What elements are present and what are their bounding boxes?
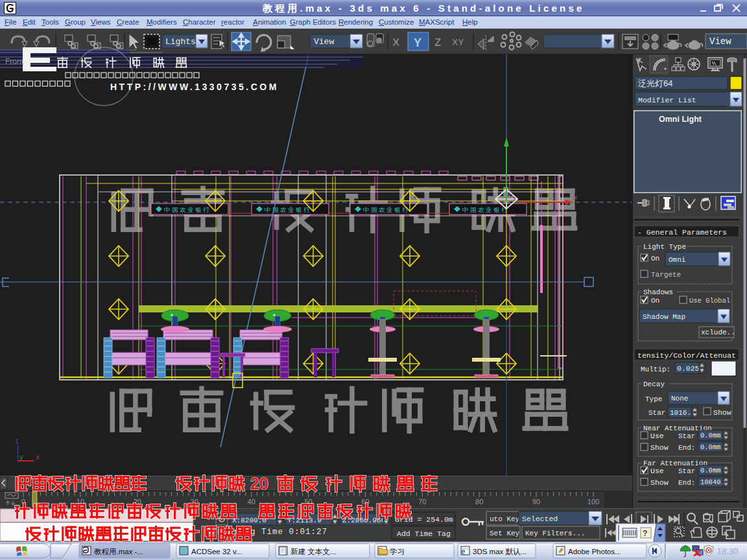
svg-text:18:30: 18:30 bbox=[717, 546, 739, 556]
svg-text:Use: Use bbox=[650, 432, 664, 440]
svg-text:z: z bbox=[15, 438, 19, 445]
svg-text:Decay: Decay bbox=[643, 380, 665, 388]
svg-text:None: None bbox=[671, 395, 688, 402]
svg-text:Type: Type bbox=[645, 395, 662, 403]
svg-text:Star: Star bbox=[678, 467, 695, 475]
svg-text:xclude..: xclude.. bbox=[701, 329, 735, 336]
svg-text:?: ? bbox=[643, 529, 647, 538]
svg-text:Use Global: Use Global bbox=[689, 297, 730, 305]
svg-text:学习: 学习 bbox=[390, 548, 405, 555]
svg-text:Star: Star bbox=[678, 432, 695, 440]
svg-text:泛光灯64: 泛光灯64 bbox=[638, 78, 672, 88]
svg-text:Omni Light: Omni Light bbox=[659, 115, 702, 124]
svg-text:教程用.max -...: 教程用.max -... bbox=[94, 548, 143, 555]
svg-text:Show: Show bbox=[713, 408, 731, 417]
svg-text:x: x bbox=[36, 454, 40, 461]
svg-text:Light Type: Light Type bbox=[643, 243, 686, 251]
svg-text:中国农业银行: 中国农业银行 bbox=[164, 206, 211, 213]
svg-text:10840.: 10840. bbox=[700, 478, 725, 486]
svg-text:Shadows: Shadows bbox=[643, 288, 673, 296]
svg-text:0.025: 0.025 bbox=[677, 364, 700, 373]
svg-text:HTTP://WWW.1330735.COM: HTTP://WWW.1330735.COM bbox=[110, 82, 279, 92]
svg-text:Targete: Targete bbox=[651, 271, 681, 279]
svg-text:End:: End: bbox=[678, 444, 695, 452]
svg-text:ACDSee 32 v...: ACDSee 32 v... bbox=[191, 548, 242, 555]
svg-text:中国农业银行: 中国农业银行 bbox=[265, 206, 311, 213]
svg-text:Adobe Photos...: Adobe Photos... bbox=[568, 548, 621, 555]
svg-text:View: View bbox=[709, 36, 731, 47]
svg-text:Modifier List: Modifier List bbox=[638, 96, 696, 104]
svg-text:On: On bbox=[651, 297, 659, 305]
svg-text:y: y bbox=[19, 454, 23, 461]
svg-text:0.0mm: 0.0mm bbox=[700, 467, 721, 474]
svg-text:- General Parameters: - General Parameters bbox=[637, 228, 727, 237]
svg-text:1016.: 1016. bbox=[670, 409, 691, 417]
svg-text:e: e bbox=[461, 546, 465, 556]
svg-text:x: x bbox=[573, 194, 578, 202]
svg-text:Show: Show bbox=[650, 443, 669, 452]
svg-text:On: On bbox=[651, 255, 659, 262]
svg-text:中国农业银行: 中国农业银行 bbox=[462, 206, 509, 213]
svg-text:Show: Show bbox=[650, 478, 669, 487]
svg-text:0.0mm: 0.0mm bbox=[700, 432, 721, 439]
svg-text:中国农业银行: 中国农业银行 bbox=[363, 206, 410, 213]
svg-text:End:: End: bbox=[678, 479, 695, 487]
svg-text:新建 文本文...: 新建 文本文... bbox=[290, 548, 336, 555]
svg-text:Star: Star bbox=[648, 409, 665, 417]
svg-text:Omni: Omni bbox=[669, 256, 686, 264]
svg-text:tensity/Color/Attenuat: tensity/Color/Attenuat bbox=[637, 351, 736, 360]
svg-text:3DS max 默认...: 3DS max 默认... bbox=[473, 548, 527, 555]
svg-text:Multip:: Multip: bbox=[641, 366, 670, 373]
svg-text:20: 20 bbox=[250, 474, 268, 493]
svg-text:Shadow Map: Shadow Map bbox=[643, 313, 685, 321]
svg-text:0.0mm: 0.0mm bbox=[700, 443, 721, 451]
svg-text:Use: Use bbox=[650, 467, 664, 475]
